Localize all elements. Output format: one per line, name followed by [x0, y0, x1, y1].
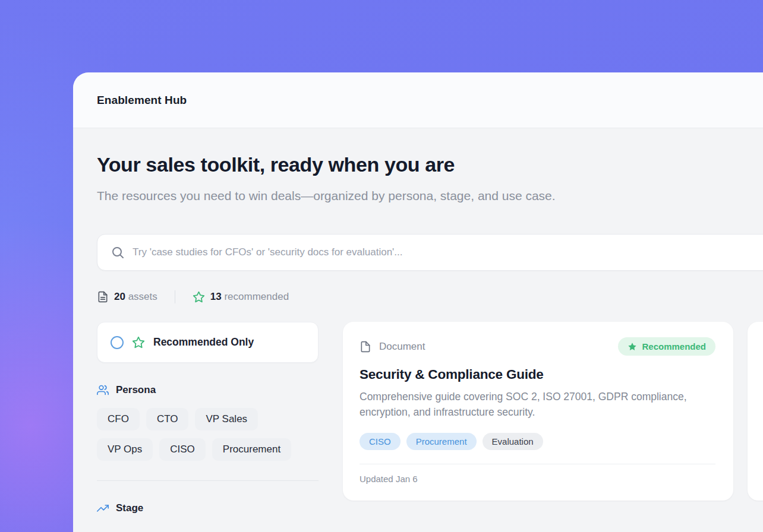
recommended-count: 13 [210, 291, 222, 302]
card-tag: Procurement [406, 433, 477, 450]
persona-chip[interactable]: CFO [97, 408, 140, 430]
recommended-only-toggle[interactable]: Recommended Only [97, 322, 319, 363]
file-icon [360, 341, 371, 353]
recommended-only-label: Recommended Only [153, 336, 254, 349]
app-title: Enablement Hub [97, 94, 187, 107]
assets-stat: 20 assets [97, 291, 157, 303]
stats-divider [175, 290, 175, 303]
asset-card-partial[interactable] [748, 322, 763, 501]
persona-section-label: Persona [116, 384, 156, 396]
search-input[interactable] [133, 246, 763, 258]
card-description: Comprehensive guide covering SOC 2, ISO … [360, 389, 710, 420]
card-updated-date: Updated Jan 6 [360, 474, 715, 484]
stage-section-label: Stage [116, 502, 143, 514]
content-grid: Recommended Only Persona CFOCTOVP SalesV… [97, 322, 763, 514]
users-icon [97, 384, 109, 396]
persona-chip[interactable]: CISO [159, 438, 206, 461]
sidebar-divider [97, 480, 319, 481]
star-icon [193, 291, 205, 303]
main-panel: Enablement Hub Your sales toolkit, ready… [73, 72, 763, 532]
search-bar[interactable] [97, 234, 763, 271]
page-content: Your sales toolkit, ready when you are T… [73, 128, 763, 514]
asset-card[interactable]: Document Recommended Security & Complian… [343, 322, 733, 501]
star-icon [132, 336, 145, 349]
stage-section-header: Stage [97, 502, 319, 514]
app-header: Enablement Hub [73, 72, 763, 128]
assets-label: assets [128, 291, 157, 302]
card-title: Security & Compliance Guide [360, 367, 715, 382]
recommended-label: recommended [224, 291, 289, 302]
persona-chip-list: CFOCTOVP SalesVP OpsCISOProcurement [97, 408, 319, 461]
card-tag: CISO [360, 433, 401, 450]
page-title: Your sales toolkit, ready when you are [97, 153, 763, 176]
persona-section-header: Persona [97, 384, 319, 396]
card-type: Document [360, 341, 425, 353]
stats-row: 20 assets 13 recommended [97, 290, 763, 303]
persona-chip[interactable]: CTO [146, 408, 189, 430]
card-tag: Evaluation [483, 433, 543, 450]
persona-chip[interactable]: Procurement [212, 438, 291, 461]
persona-chip[interactable]: VP Ops [97, 438, 153, 461]
toggle-circle[interactable] [111, 336, 124, 349]
asset-cards-row: Document Recommended Security & Complian… [343, 322, 763, 501]
page-subtitle: The resources you need to win deals—orga… [97, 185, 590, 207]
recommended-badge-label: Recommended [642, 341, 706, 352]
card-tag-list: CISOProcurementEvaluation [360, 433, 715, 450]
search-icon [111, 245, 125, 259]
persona-chip[interactable]: VP Sales [195, 408, 258, 430]
filter-sidebar: Recommended Only Persona CFOCTOVP SalesV… [97, 322, 319, 514]
document-icon [97, 291, 109, 303]
card-divider [360, 464, 715, 464]
card-top-row: Document Recommended [360, 337, 715, 356]
star-filled-icon [628, 342, 637, 352]
recommended-badge: Recommended [618, 337, 715, 356]
card-type-label: Document [379, 341, 425, 353]
recommended-stat: 13 recommended [193, 291, 289, 303]
assets-count: 20 [114, 291, 125, 302]
trending-up-icon [97, 502, 109, 514]
